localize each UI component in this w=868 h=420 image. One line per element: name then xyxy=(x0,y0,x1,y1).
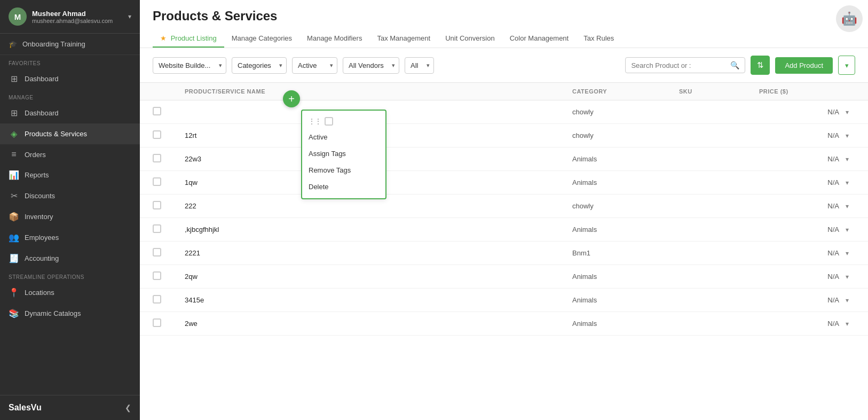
vendors-select[interactable]: All Vendors xyxy=(343,57,399,74)
sidebar-item-reports[interactable]: 📊 Reports xyxy=(0,165,140,185)
sidebar-item-employees[interactable]: 👥 Employees xyxy=(0,227,140,248)
sidebar-item-accounting[interactable]: 🧾 Accounting xyxy=(0,248,140,269)
website-builder-select[interactable]: Website Builde... xyxy=(153,57,226,74)
row-category: chowly xyxy=(572,131,679,139)
row-checkbox[interactable] xyxy=(153,248,161,256)
row-checkbox[interactable] xyxy=(153,177,161,186)
filter-button[interactable]: ⇅ xyxy=(751,56,770,75)
vendors-filter[interactable]: All Vendors xyxy=(343,57,399,74)
sidebar-footer: SalesVu ❮ xyxy=(0,395,140,420)
sidebar-item-catalogs[interactable]: 📚 Dynamic Catalogs xyxy=(0,303,140,324)
context-menu-active[interactable]: Active xyxy=(302,129,385,145)
row-checkbox[interactable] xyxy=(153,295,161,304)
user-profile[interactable]: M Musheer Ahmad musheer.ahmad@salesvu.co… xyxy=(0,0,140,34)
tab-color-management[interactable]: Color Management xyxy=(502,30,577,48)
row-expand-button[interactable]: ▾ xyxy=(839,320,855,328)
tab-tax-rules[interactable]: Tax Rules xyxy=(576,30,621,48)
row-category: Animals xyxy=(572,273,679,281)
website-builder-filter[interactable]: Website Builde... xyxy=(153,57,226,74)
sidebar-item-products[interactable]: ◈ Products & Services xyxy=(0,123,140,144)
user-email: musheer.ahmad@salesvu.com xyxy=(32,18,128,24)
status-filter[interactable]: Active Inactive All xyxy=(292,57,337,74)
row-price: N/A xyxy=(759,155,839,163)
row-expand-button[interactable]: ▾ xyxy=(839,108,855,116)
header-checkbox[interactable] xyxy=(325,117,333,126)
sidebar-item-label: Locations xyxy=(25,289,54,297)
row-checkbox[interactable] xyxy=(153,224,161,233)
star-icon: ★ xyxy=(160,34,167,42)
row-price: N/A xyxy=(759,320,839,328)
reports-icon: 📊 xyxy=(9,170,19,180)
sidebar-item-locations[interactable]: 📍 Locations xyxy=(0,282,140,303)
main-content: 🤖 Products & Services ★ Product Listing … xyxy=(140,0,868,420)
search-input[interactable] xyxy=(631,61,727,69)
sidebar-item-label: Dashboard xyxy=(25,75,59,83)
search-box[interactable]: 🔍 xyxy=(625,57,745,73)
row-expand-button[interactable]: ▾ xyxy=(839,297,855,304)
sidebar-item-discounts[interactable]: ✂ Discounts xyxy=(0,185,140,206)
row-checkbox[interactable] xyxy=(153,154,161,162)
row-expand-button[interactable]: ▾ xyxy=(839,226,855,234)
row-category: Animals xyxy=(572,225,679,234)
context-menu-delete[interactable]: Delete xyxy=(302,178,385,195)
row-expand-button[interactable]: ▾ xyxy=(839,273,855,281)
tab-unit-conversion[interactable]: Unit Conversion xyxy=(438,30,502,48)
row-category: Animals xyxy=(572,155,679,163)
categories-filter[interactable]: Categories xyxy=(232,57,287,74)
sidebar-item-onboarding[interactable]: 🎓 Onboarding Training xyxy=(0,34,140,55)
add-product-button[interactable]: Add Product xyxy=(775,57,833,74)
tab-tax-management[interactable]: Tax Management xyxy=(369,30,438,48)
add-row-button[interactable]: + xyxy=(283,90,300,107)
products-table: PRODUCT/SERVICE NAME CATEGORY SKU PRICE … xyxy=(140,83,868,336)
table-row: chowly N/A ▾ xyxy=(140,100,868,124)
row-category: Bnm1 xyxy=(572,249,679,257)
row-expand-button[interactable]: ▾ xyxy=(839,179,855,186)
grid-icon: ⊞ xyxy=(9,108,19,118)
collapse-sidebar-button[interactable]: ❮ xyxy=(125,403,131,412)
row-product-name: 222 xyxy=(185,202,572,210)
categories-select[interactable]: Categories xyxy=(232,57,287,74)
row-category: Animals xyxy=(572,178,679,186)
inventory-icon: 📦 xyxy=(9,212,19,222)
sidebar-item-orders[interactable]: ≡ Orders xyxy=(0,144,140,165)
sidebar-item-label: Onboarding Training xyxy=(22,40,85,48)
all-filter[interactable]: All xyxy=(405,57,434,74)
table-row: 2qw Animals N/A ▾ xyxy=(140,265,868,289)
page-title: Products & Services xyxy=(153,9,855,24)
row-expand-button[interactable]: ▾ xyxy=(839,250,855,257)
header-sku: SKU xyxy=(679,88,759,95)
sidebar-section-manage: MANAGE xyxy=(0,89,140,103)
row-checkbox[interactable] xyxy=(153,318,161,327)
table-row: 2221 Bnm1 N/A ▾ xyxy=(140,242,868,265)
row-price: N/A xyxy=(759,202,839,210)
sidebar-item-dashboard-fav[interactable]: ⊞ Dashboard xyxy=(0,68,140,89)
row-checkbox[interactable] xyxy=(153,107,161,115)
row-product-name: 2221 xyxy=(185,249,572,257)
products-icon: ◈ xyxy=(9,129,19,139)
add-product-dropdown-button[interactable]: ▾ xyxy=(838,56,855,75)
row-expand-button[interactable]: ▾ xyxy=(839,132,855,139)
row-expand-button[interactable]: ▾ xyxy=(839,203,855,210)
context-menu: ⋮⋮ Active Assign Tags Remove Tags Delete xyxy=(301,110,386,199)
row-category: chowly xyxy=(572,108,679,116)
context-menu-assign-tags[interactable]: Assign Tags xyxy=(302,145,385,162)
sidebar-item-inventory[interactable]: 📦 Inventory xyxy=(0,206,140,227)
context-menu-header: ⋮⋮ xyxy=(302,114,385,129)
status-select[interactable]: Active Inactive All xyxy=(292,57,337,74)
tab-manage-categories[interactable]: Manage Categories xyxy=(224,30,299,48)
row-checkbox[interactable] xyxy=(153,201,161,209)
context-menu-remove-tags[interactable]: Remove Tags xyxy=(302,162,385,178)
tab-product-listing[interactable]: ★ Product Listing xyxy=(153,30,224,48)
sidebar-item-dashboard[interactable]: ⊞ Dashboard xyxy=(0,103,140,123)
tab-manage-modifiers[interactable]: Manage Modifiers xyxy=(299,30,369,48)
sidebar-item-label: Dynamic Catalogs xyxy=(25,309,81,317)
header-price: PRICE ($) xyxy=(759,88,839,95)
row-checkbox[interactable] xyxy=(153,271,161,280)
table-row: 3415e Animals N/A ▾ xyxy=(140,289,868,312)
all-select[interactable]: All xyxy=(405,57,434,74)
row-expand-button[interactable]: ▾ xyxy=(839,155,855,163)
row-checkbox[interactable] xyxy=(153,130,161,139)
orders-icon: ≡ xyxy=(9,150,19,159)
row-price: N/A xyxy=(759,225,839,234)
sidebar-item-label: Inventory xyxy=(25,213,53,221)
